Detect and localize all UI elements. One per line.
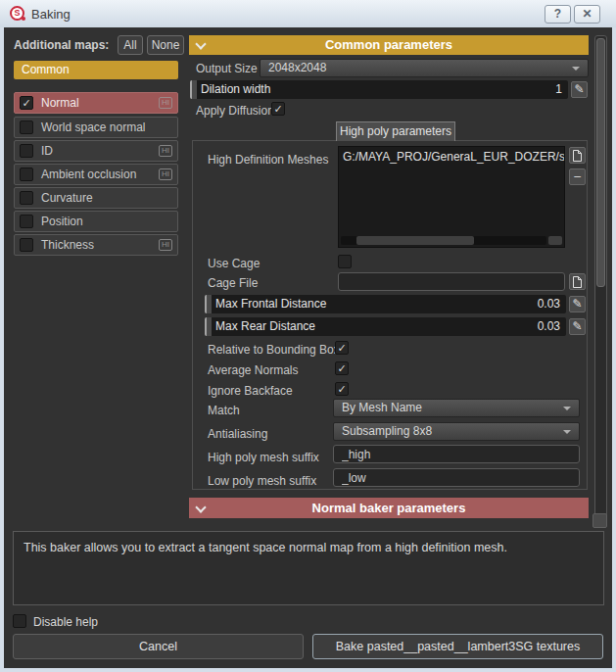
antialiasing-label: Antialiasing bbox=[208, 427, 267, 441]
mesh-path-item[interactable]: G:/MAYA_PROJ/GeneraL_EUR_DOZER/scenes/ bbox=[343, 150, 564, 164]
dilation-width-value: 1 bbox=[555, 80, 562, 99]
high-poly-mesh-suffix-label: High poly mesh suffix bbox=[208, 451, 319, 464]
slider-handle[interactable] bbox=[190, 80, 197, 99]
hi-badge: HI bbox=[159, 97, 172, 109]
sidebar-item-normal[interactable]: ✓ Normal HI bbox=[14, 92, 178, 114]
thickness-checkbox[interactable]: ✓ bbox=[20, 238, 33, 252]
ambient-occlusion-checkbox[interactable]: ✓ bbox=[20, 168, 33, 181]
scrollbar-thumb[interactable] bbox=[356, 236, 474, 245]
sidebar-item-curvature[interactable]: ✓ Curvature bbox=[14, 187, 178, 209]
dilation-width-slider[interactable]: Dilation width 1 bbox=[190, 80, 568, 99]
sidebar-item-common[interactable]: Common bbox=[14, 61, 178, 79]
hi-badge: HI bbox=[159, 168, 172, 180]
baker-label: ID bbox=[41, 141, 53, 161]
match-label: Match bbox=[208, 404, 240, 417]
output-size-value: 2048x2048 bbox=[268, 61, 326, 74]
dilation-width-edit-button[interactable]: ✎ bbox=[571, 81, 588, 98]
max-frontal-distance-slider[interactable]: Max Frontal Distance 0.03 bbox=[205, 295, 566, 313]
dialog-content: Additional maps: All None Common ✓ Norma… bbox=[4, 27, 612, 668]
max-frontal-distance-edit-button[interactable]: ✎ bbox=[569, 296, 586, 312]
disable-help-label: Disable help bbox=[33, 615, 98, 629]
cage-file-input[interactable] bbox=[338, 272, 565, 291]
high-definition-meshes-list[interactable]: G:/MAYA_PROJ/GeneraL_EUR_DOZER/scenes/ bbox=[338, 146, 565, 248]
normal-baker-parameters-header[interactable]: Normal baker parameters bbox=[189, 498, 589, 518]
max-rear-distance-edit-button[interactable]: ✎ bbox=[569, 318, 586, 335]
baker-label: Curvature bbox=[41, 188, 93, 208]
max-rear-distance-slider[interactable]: Max Rear Distance 0.03 bbox=[205, 317, 566, 336]
pencil-icon: ✎ bbox=[574, 82, 584, 96]
help-text: This baker allows you to extract a tange… bbox=[24, 541, 507, 554]
minus-icon: – bbox=[574, 169, 581, 183]
baker-label: Ambient occlusion bbox=[41, 165, 136, 184]
document-icon bbox=[572, 150, 583, 162]
sidebar-item-ambient-occlusion[interactable]: ✓ Ambient occlusion HI bbox=[14, 164, 178, 185]
relative-to-bounding-box-checkbox[interactable]: ✓ bbox=[335, 341, 349, 355]
position-checkbox[interactable]: ✓ bbox=[20, 215, 33, 228]
common-parameters-title: Common parameters bbox=[325, 37, 452, 52]
baker-label: Thickness bbox=[41, 235, 94, 255]
cancel-button[interactable]: Cancel bbox=[13, 634, 304, 659]
apply-diffusion-checkbox[interactable]: ✓ bbox=[271, 102, 285, 116]
dropdown-arrow-icon bbox=[572, 67, 580, 71]
baker-label: Position bbox=[41, 212, 83, 231]
dilation-width-label: Dilation width bbox=[201, 80, 270, 99]
none-button[interactable]: None bbox=[147, 35, 184, 55]
match-dropdown[interactable]: By Mesh Name bbox=[333, 399, 580, 417]
id-checkbox[interactable]: ✓ bbox=[20, 144, 33, 158]
slider-handle[interactable] bbox=[205, 295, 212, 313]
low-poly-mesh-suffix-label: Low poly mesh suffix bbox=[208, 474, 316, 488]
use-cage-label: Use Cage bbox=[208, 257, 260, 270]
remove-mesh-button[interactable]: – bbox=[569, 168, 586, 185]
pencil-icon: ✎ bbox=[572, 297, 582, 311]
relative-to-bounding-box-label: Relative to Bounding Box bbox=[208, 343, 340, 357]
bake-button[interactable]: Bake pasted__pasted__lambert3SG textures bbox=[312, 634, 603, 659]
sidebar-item-id[interactable]: ✓ ID HI bbox=[14, 140, 178, 162]
add-mesh-file-button[interactable] bbox=[569, 147, 586, 164]
all-button[interactable]: All bbox=[118, 35, 143, 55]
max-rear-distance-label: Max Rear Distance bbox=[215, 317, 315, 336]
sidebar-item-world-space-normal[interactable]: ✓ World space normal bbox=[14, 117, 178, 138]
scrollbar-end-piece[interactable] bbox=[592, 513, 607, 528]
output-size-dropdown[interactable]: 2048x2048 bbox=[260, 59, 589, 77]
antialiasing-dropdown[interactable]: Subsampling 8x8 bbox=[333, 422, 580, 441]
high-poly-parameters-tab[interactable]: High poly parameters bbox=[336, 121, 455, 141]
sidebar-item-position[interactable]: ✓ Position bbox=[14, 211, 178, 232]
help-text-box: This baker allows you to extract a tange… bbox=[13, 531, 604, 605]
curvature-checkbox[interactable]: ✓ bbox=[20, 191, 33, 205]
average-normals-checkbox[interactable]: ✓ bbox=[335, 361, 349, 375]
sidebar-item-thickness[interactable]: ✓ Thickness HI bbox=[14, 234, 178, 256]
dropdown-arrow-icon bbox=[563, 407, 571, 410]
baker-label: World space normal bbox=[41, 118, 146, 137]
slider-handle[interactable] bbox=[205, 317, 212, 336]
scrollbar-corner bbox=[548, 236, 562, 245]
high-definition-meshes-label: High Definition Meshes bbox=[208, 153, 328, 167]
scrollbar-thumb[interactable] bbox=[596, 38, 605, 287]
max-rear-distance-value: 0.03 bbox=[538, 317, 560, 336]
normal-checkbox[interactable]: ✓ bbox=[20, 96, 33, 110]
baker-label: Normal bbox=[41, 93, 79, 113]
match-value: By Mesh Name bbox=[342, 401, 422, 414]
average-normals-label: Average Normals bbox=[208, 363, 298, 377]
title-bar: S Baking ? ✕ bbox=[0, 0, 616, 27]
common-parameters-header[interactable]: Common parameters bbox=[189, 35, 589, 55]
use-cage-checkbox[interactable]: ✓ bbox=[338, 255, 352, 268]
document-icon bbox=[572, 276, 583, 288]
help-button[interactable]: ? bbox=[545, 5, 571, 24]
window-title: Baking bbox=[31, 7, 71, 22]
chevron-down-icon bbox=[195, 502, 206, 512]
normal-baker-parameters-title: Normal baker parameters bbox=[312, 501, 466, 515]
apply-diffusion-label: Apply Diffusion bbox=[196, 104, 274, 118]
hi-badge: HI bbox=[159, 239, 172, 251]
world-space-normal-checkbox[interactable]: ✓ bbox=[20, 120, 33, 134]
mesh-list-horizontal-scrollbar[interactable] bbox=[341, 236, 546, 245]
hi-badge: HI bbox=[159, 145, 172, 157]
cage-file-browse-button[interactable] bbox=[569, 273, 586, 290]
ignore-backface-checkbox[interactable]: ✓ bbox=[335, 382, 349, 396]
disable-help-checkbox[interactable]: ✓ bbox=[13, 614, 26, 628]
max-frontal-distance-label: Max Frontal Distance bbox=[215, 295, 326, 313]
high-poly-mesh-suffix-input[interactable] bbox=[333, 445, 580, 463]
low-poly-mesh-suffix-input[interactable] bbox=[333, 468, 580, 487]
parameters-vertical-scrollbar[interactable] bbox=[594, 35, 607, 517]
ignore-backface-label: Ignore Backface bbox=[208, 384, 293, 398]
close-button[interactable]: ✕ bbox=[574, 5, 600, 24]
